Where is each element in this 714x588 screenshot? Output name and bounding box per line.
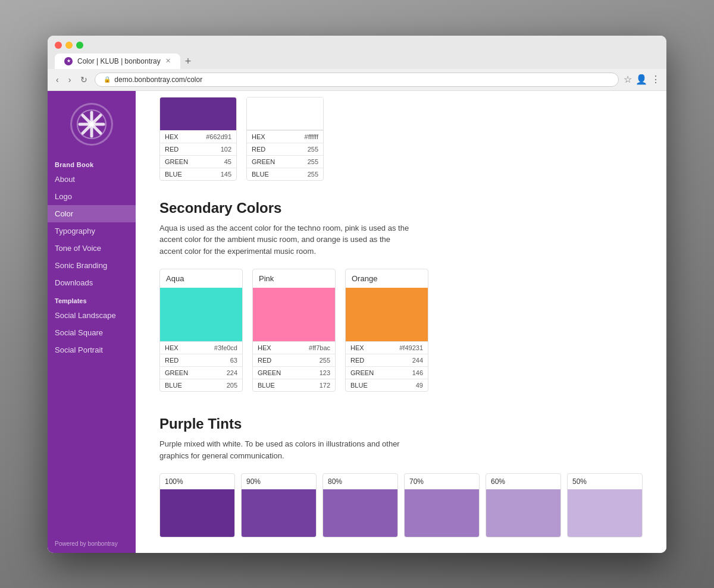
tab-close-button[interactable]: ✕ [165, 57, 171, 65]
table-row: GREEN 45 [160, 155, 236, 168]
secondary-color-cards: Aqua HEX #3fe0cd RED 63 GREEN [159, 269, 643, 392]
orange-color-table: HEX #f49231 RED 244 GREEN 146 BLUE [346, 341, 428, 391]
main-content: HEX #662d91 RED 102 GREEN 45 BLUE [136, 91, 666, 553]
sidebar-item-typography[interactable]: Typography [48, 222, 136, 240]
browser-toolbar: ‹ › ↻ 🔒 demo.bonbontray.com/color ☆ 👤 ⋮ [48, 69, 666, 91]
sidebar-item-social-landscape[interactable]: Social Landscape [48, 307, 136, 324]
purple-tints-row: 100% 90% 80% 70% 60% [159, 473, 643, 537]
minimize-button[interactable] [65, 42, 73, 49]
menu-icon[interactable]: ⋮ [651, 74, 660, 85]
sidebar-item-tone-of-voice[interactable]: Tone of Voice [48, 240, 136, 257]
purple-color-table: HEX #662d91 RED 102 GREEN 45 BLUE [160, 130, 236, 180]
table-row: HEX #3fe0cd [160, 342, 242, 354]
tint-70-swatch [405, 489, 479, 537]
back-button[interactable]: ‹ [54, 74, 61, 86]
bookmark-icon[interactable]: ☆ [624, 74, 632, 85]
table-row: BLUE 145 [160, 168, 236, 180]
tint-50-swatch [568, 489, 642, 537]
purple-tints-desc: Purple mixed with white. To be used as c… [159, 438, 409, 461]
aqua-color-table: HEX #3fe0cd RED 63 GREEN 224 BLUE [160, 341, 242, 391]
reload-button[interactable]: ↻ [78, 74, 90, 86]
sidebar: Brand Book About Logo Color Typography T… [48, 91, 136, 553]
table-row: HEX #662d91 [160, 130, 236, 143]
tint-70-label: 70% [405, 474, 479, 489]
tab-favicon: ★ [64, 57, 73, 65]
table-row: BLUE 255 [247, 168, 323, 180]
forward-button[interactable]: › [66, 74, 74, 86]
table-row: RED 102 [160, 143, 236, 155]
pink-color-table: HEX #ff7bac RED 255 GREEN 123 BLUE [253, 341, 335, 391]
purple-swatch [160, 98, 236, 130]
table-row: BLUE 172 [253, 379, 335, 392]
browser-content: Brand Book About Logo Color Typography T… [48, 91, 666, 553]
tint-60-label: 60% [486, 474, 560, 489]
tint-90: 90% [241, 473, 317, 537]
url-text: demo.bonbontray.com/color [114, 76, 202, 84]
tint-100-label: 100% [160, 474, 234, 489]
logo-circle [70, 103, 113, 146]
table-row: GREEN 123 [253, 367, 335, 379]
sidebar-footer: Powered by bonbontray [48, 534, 136, 553]
sidebar-item-social-square[interactable]: Social Square [48, 324, 136, 341]
sidebar-item-sonic-branding[interactable]: Sonic Branding [48, 257, 136, 274]
secondary-colors-title: Secondary Colors [159, 200, 643, 216]
sidebar-item-logo[interactable]: Logo [48, 188, 136, 205]
tint-90-swatch [242, 489, 316, 537]
sidebar-navigation: Brand Book About Logo Color Typography T… [48, 158, 136, 534]
maximize-button[interactable] [76, 42, 83, 49]
table-row: HEX #f49231 [346, 342, 428, 354]
tint-90-label: 90% [242, 474, 316, 489]
sidebar-item-downloads[interactable]: Downloads [48, 274, 136, 291]
table-row: GREEN 255 [247, 155, 323, 168]
tint-100-swatch [160, 489, 234, 537]
tab-title: Color | KLUB | bonbontray [77, 57, 161, 65]
templates-section-label: Templates [48, 291, 136, 307]
table-row: RED 244 [346, 354, 428, 367]
new-tab-button[interactable]: + [181, 55, 195, 68]
pink-swatch [253, 288, 335, 341]
pink-color-card: Pink HEX #ff7bac RED 255 GREEN [252, 269, 336, 392]
toolbar-right: ☆ 👤 ⋮ [624, 74, 660, 85]
aqua-label: Aqua [160, 269, 242, 288]
purple-tints-title: Purple Tints [159, 416, 643, 432]
primary-colors-partial: HEX #662d91 RED 102 GREEN 45 BLUE [159, 97, 643, 181]
tint-50-label: 50% [568, 474, 642, 489]
profile-icon[interactable]: 👤 [635, 74, 647, 85]
tint-100: 100% [159, 473, 235, 537]
logo-icon [77, 109, 107, 139]
sidebar-item-color[interactable]: Color [48, 205, 136, 222]
lock-icon: 🔒 [104, 76, 111, 83]
tab-bar: ★ Color | KLUB | bonbontray ✕ + [55, 54, 659, 69]
traffic-lights [55, 42, 659, 49]
primary-color-card-purple: HEX #662d91 RED 102 GREEN 45 BLUE [159, 97, 237, 181]
table-row: RED 63 [160, 354, 242, 367]
orange-label: Orange [346, 269, 428, 288]
primary-color-card-white: HEX #ffffff RED 255 GREEN 255 BLUE [246, 97, 324, 181]
aqua-swatch [160, 288, 242, 341]
table-row: BLUE 205 [160, 379, 242, 392]
address-bar[interactable]: 🔒 demo.bonbontray.com/color [95, 73, 619, 87]
tint-80: 80% [322, 473, 398, 537]
tint-70: 70% [404, 473, 480, 537]
pink-label: Pink [253, 269, 335, 288]
orange-color-card: Orange HEX #f49231 RED 244 GREEN [345, 269, 428, 392]
table-row: BLUE 49 [346, 379, 428, 392]
tint-50: 50% [567, 473, 643, 537]
browser-chrome: ★ Color | KLUB | bonbontray ✕ + [48, 36, 666, 69]
white-color-table: HEX #ffffff RED 255 GREEN 255 BLUE [247, 130, 323, 180]
brand-book-section-label: Brand Book [48, 158, 136, 171]
browser-window: ★ Color | KLUB | bonbontray ✕ + ‹ › ↻ 🔒 … [48, 36, 666, 553]
close-button[interactable] [55, 42, 62, 49]
tint-60: 60% [486, 473, 561, 537]
table-row: RED 255 [253, 354, 335, 367]
table-row: HEX #ff7bac [253, 342, 335, 354]
active-tab[interactable]: ★ Color | KLUB | bonbontray ✕ [55, 54, 180, 69]
sidebar-item-social-portrait[interactable]: Social Portrait [48, 341, 136, 359]
secondary-colors-desc: Aqua is used as the accent color for the… [159, 222, 409, 257]
orange-swatch [346, 288, 428, 341]
tint-60-swatch [486, 489, 560, 537]
table-row: GREEN 146 [346, 367, 428, 379]
sidebar-item-about[interactable]: About [48, 171, 136, 188]
white-swatch [247, 98, 323, 130]
tint-80-swatch [323, 489, 397, 537]
